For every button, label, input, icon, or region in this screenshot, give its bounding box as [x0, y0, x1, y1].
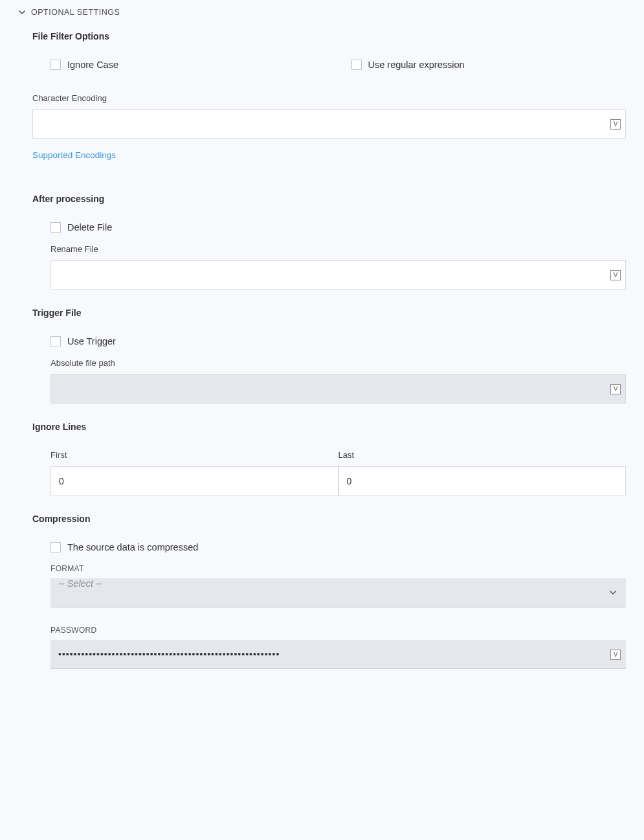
char-encoding-input[interactable] — [32, 109, 626, 139]
after-processing-heading: After processing — [32, 194, 626, 204]
absolute-path-label: Absolute file path — [50, 358, 626, 368]
use-regex-checkbox[interactable]: Use regular expression — [351, 60, 627, 70]
use-trigger-checkbox[interactable]: Use Trigger — [50, 336, 626, 346]
supported-encodings-link[interactable]: Supported Encodings — [32, 150, 116, 160]
absolute-path-input — [50, 374, 626, 403]
source-compressed-checkbox[interactable]: The source data is compressed — [50, 542, 626, 552]
checkbox-icon — [50, 60, 61, 70]
char-encoding-label: Character Encoding — [32, 93, 626, 103]
use-trigger-label: Use Trigger — [67, 336, 116, 346]
delete-file-label: Delete File — [67, 222, 112, 233]
first-label: First — [50, 450, 339, 460]
checkbox-icon — [351, 60, 362, 70]
ignore-lines-heading: Ignore Lines — [32, 422, 626, 432]
trigger-file-section: Trigger File Use Trigger Absolute file p… — [32, 308, 626, 403]
compression-section: Compression The source data is compresse… — [32, 514, 626, 669]
ignore-case-checkbox[interactable]: Ignore Case — [50, 60, 326, 70]
variable-icon[interactable]: V — [610, 119, 621, 130]
password-label: PASSWORD — [50, 626, 626, 635]
format-label: FORMAT — [50, 564, 626, 573]
chevron-down-icon — [18, 8, 26, 16]
ignore-case-label: Ignore Case — [67, 60, 118, 70]
use-regex-label: Use regular expression — [368, 60, 465, 70]
rename-file-input[interactable] — [50, 260, 626, 289]
source-compressed-label: The source data is compressed — [67, 542, 198, 552]
last-input[interactable] — [339, 466, 627, 495]
variable-icon[interactable]: V — [610, 270, 621, 280]
ignore-lines-section: Ignore Lines First Last — [32, 422, 626, 495]
first-input[interactable] — [50, 466, 339, 495]
optional-settings-header[interactable]: OPTIONAL SETTINGS — [18, 8, 626, 17]
variable-icon[interactable]: V — [610, 384, 621, 394]
compression-heading: Compression — [32, 514, 626, 524]
password-input — [50, 640, 626, 669]
last-label: Last — [339, 450, 627, 460]
checkbox-icon — [50, 542, 61, 552]
delete-file-checkbox[interactable]: Delete File — [50, 222, 626, 233]
format-select[interactable]: -- Select -- — [50, 578, 626, 607]
checkbox-icon — [50, 336, 61, 346]
trigger-file-heading: Trigger File — [32, 308, 626, 318]
file-filter-heading: File Filter Options — [32, 31, 626, 41]
checkbox-icon — [50, 222, 61, 233]
rename-file-label: Rename File — [50, 244, 626, 254]
variable-icon[interactable]: V — [610, 650, 621, 660]
file-filter-section: File Filter Options Ignore Case Use regu… — [32, 31, 626, 176]
chevron-down-icon — [609, 587, 617, 599]
after-processing-section: After processing Delete File Rename File… — [32, 194, 626, 289]
format-placeholder: -- Select -- — [58, 578, 102, 589]
header-title: OPTIONAL SETTINGS — [31, 8, 120, 17]
